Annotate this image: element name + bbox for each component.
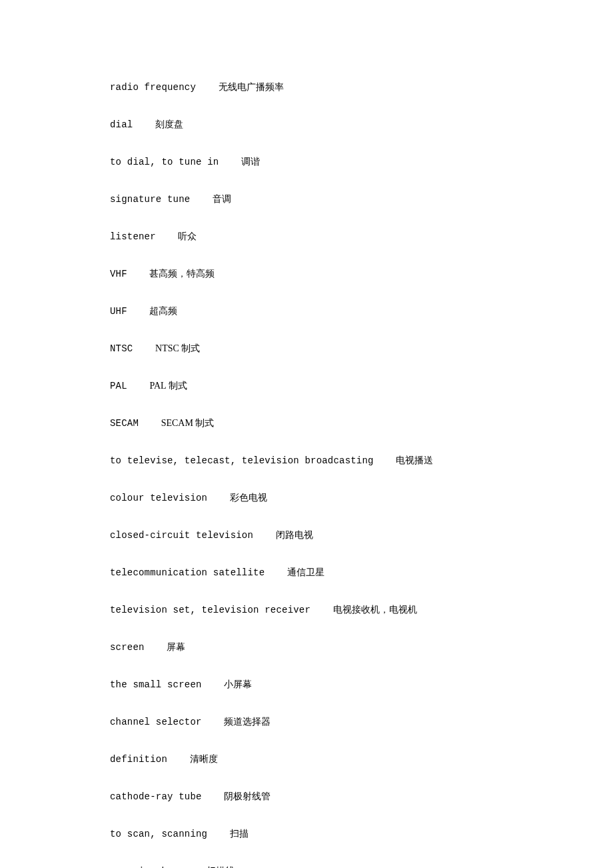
definition: 电视播送: [396, 455, 433, 465]
gap: [265, 567, 287, 578]
gap: [127, 381, 150, 391]
term: the small screen: [110, 679, 202, 690]
term: to scan, scanning: [110, 829, 207, 839]
gap: [145, 642, 167, 653]
term: cathode-ray tube: [110, 791, 202, 802]
definition: 甚高频，特高频: [149, 269, 215, 279]
definition: 通信卫星: [287, 567, 324, 577]
definition: 频道选择器: [224, 717, 271, 727]
term: dial: [110, 119, 133, 130]
definition: 屏幕: [167, 642, 185, 652]
definition: 清晰度: [190, 754, 218, 764]
vocab-entry: SECAM SECAM 制式: [110, 416, 503, 431]
term: VHF: [110, 269, 127, 279]
definition: 扫描: [230, 829, 249, 839]
vocab-entry: definition 清晰度: [110, 752, 503, 767]
definition: PAL 制式: [149, 381, 187, 391]
gap: [207, 493, 230, 503]
vocab-entry: closed-circuit television 闭路电视: [110, 528, 503, 543]
term: channel selector: [110, 717, 202, 727]
definition: 刻度盘: [155, 119, 183, 129]
vocab-entry: NTSC NTSC 制式: [110, 341, 503, 356]
term: to televise, telecast, television broadc…: [110, 455, 374, 466]
vocab-entry: cathode-ray tube 阴极射线管: [110, 789, 503, 804]
vocab-entry: PAL PAL 制式: [110, 379, 503, 393]
definition: 彩色电视: [230, 493, 267, 503]
vocab-entry: to scan, scanning 扫描: [110, 827, 503, 841]
definition: 音调: [213, 194, 231, 204]
term: screen: [110, 642, 145, 653]
term: NTSC: [110, 343, 133, 354]
definition: 听众: [178, 231, 197, 241]
term: to dial, to tune in: [110, 157, 219, 167]
vocab-entry: UHF 超高频: [110, 304, 503, 319]
vocab-entry: signature tune 音调: [110, 192, 503, 207]
gap: [207, 829, 230, 839]
term: definition: [110, 754, 167, 765]
gap: [253, 530, 276, 541]
definition: NTSC 制式: [155, 343, 200, 353]
gap: [139, 418, 161, 429]
gap: [127, 306, 150, 317]
definition: 小屏幕: [224, 679, 252, 689]
vocab-entry: colour television 彩色电视: [110, 491, 503, 505]
vocab-entry: the small screen 小屏幕: [110, 677, 503, 692]
vocabulary-list: radio frequency 无线电广播频率dial 刻度盘to dial, …: [110, 80, 503, 868]
gap: [196, 82, 219, 93]
vocab-entry: to televise, telecast, television broadc…: [110, 453, 503, 468]
gap: [374, 455, 396, 466]
term: television set, television receiver: [110, 605, 310, 615]
term: SECAM: [110, 418, 139, 429]
definition: 超高频: [149, 306, 177, 316]
gap: [310, 605, 333, 615]
gap: [133, 119, 155, 130]
gap: [156, 231, 179, 242]
vocab-entry: to dial, to tune in 调谐: [110, 155, 503, 169]
gap: [202, 679, 225, 690]
vocab-entry: listener 听众: [110, 229, 503, 244]
definition: 闭路电视: [276, 530, 313, 540]
term: colour television: [110, 493, 207, 503]
term: closed-circuit television: [110, 530, 253, 541]
gap: [202, 791, 225, 802]
vocab-entry: channel selector 频道选择器: [110, 715, 503, 729]
term: UHF: [110, 306, 127, 317]
vocab-entry: television set, television receiver 电视接收…: [110, 603, 503, 617]
definition: 无线电广播频率: [219, 82, 284, 92]
gap: [219, 157, 241, 167]
gap: [167, 754, 190, 765]
definition: 阴极射线管: [224, 791, 271, 801]
vocab-entry: dial 刻度盘: [110, 117, 503, 132]
term: listener: [110, 231, 156, 242]
term: PAL: [110, 381, 127, 391]
gap: [127, 269, 150, 279]
term: telecommunication satellite: [110, 567, 265, 578]
vocab-entry: radio frequency 无线电广播频率: [110, 80, 503, 95]
definition: SECAM 制式: [161, 418, 215, 428]
term: radio frequency: [110, 82, 196, 93]
vocab-entry: screen 屏幕: [110, 640, 503, 655]
gap: [190, 194, 213, 205]
vocab-entry: VHF 甚高频，特高频: [110, 267, 503, 281]
vocab-entry: scanning beam 扫描线: [110, 864, 503, 868]
term: signature tune: [110, 194, 190, 205]
definition: 调谐: [241, 157, 260, 167]
vocab-entry: telecommunication satellite 通信卫星: [110, 565, 503, 580]
gap: [133, 343, 155, 354]
definition: 电视接收机，电视机: [333, 605, 417, 615]
gap: [202, 717, 225, 727]
